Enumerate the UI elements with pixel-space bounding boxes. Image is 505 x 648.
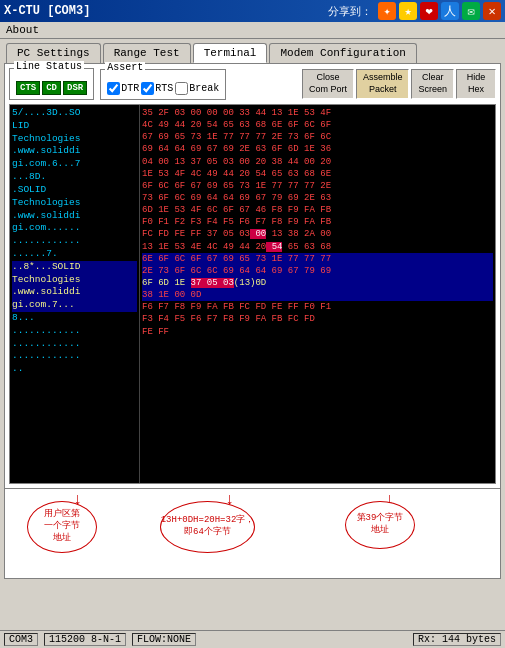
hex-line-18: FE FF [142,326,493,338]
left-line-14: .www.soliddi [12,286,137,299]
share-icon-1[interactable]: ✦ [378,2,396,20]
left-line-11: ......7. [12,248,137,261]
hex-line-17: F3 F4 F5 F6 F7 F8 F9 FA FB FC FD [142,313,493,325]
left-line-15: gi.com.7... [12,299,137,312]
dtr-checkbox-label[interactable]: DTR [107,82,139,95]
hex-line-0: 35 2F 03 00 00 00 33 44 13 1E 53 4F [142,107,493,119]
left-line-5: ...8D. [12,171,137,184]
status-baud: 115200 8-N-1 [44,633,126,646]
share-icon-5[interactable]: ✉ [462,2,480,20]
title-text: X-CTU [COM3] [4,4,90,18]
line-status-legend: Line Status [14,61,84,72]
status-rx: Rx: 144 bytes [413,633,501,646]
break-checkbox-label[interactable]: Break [175,82,219,95]
left-line-10: ............ [12,235,137,248]
close-com-port-button[interactable]: CloseCom Port [302,69,354,98]
left-line-17: ............ [12,325,137,338]
share-icon-2[interactable]: ★ [399,2,417,20]
hex-line-4: 04 00 13 37 05 03 00 20 38 44 00 20 [142,156,493,168]
annotation-bubble-2: 13H+0DH=20H=32字， 即64个字节 [160,501,255,553]
title-icons-area: 分享到： ✦ ★ ❤ 人 ✉ ✕ [328,2,501,20]
terminal-area: 5/....3D..SO LID Technologies .www.solid… [9,104,496,484]
hex-line-3: 69 64 64 69 67 69 2E 63 6F 6D 1E 36 [142,143,493,155]
annotation-bubble-3: 第39个字节 地址 [345,501,415,549]
assemble-packet-button[interactable]: AssemblePacket [356,69,410,98]
hide-hex-button[interactable]: HideHex [456,69,496,98]
main-panel: Line Status CTS CD DSR Assert DTR RTS [4,63,501,489]
assert-legend: Assert [105,62,145,73]
dtr-checkbox[interactable] [107,82,120,95]
left-line-20: .. [12,363,137,376]
cts-badge: CTS [16,81,40,95]
left-line-12: ..8*...SOLID [12,261,137,274]
right-panel: 35 2F 03 00 00 00 33 44 13 1E 53 4F 4C 4… [140,105,495,483]
left-line-8: .www.soliddi [12,210,137,223]
hex-line-15: 38 1E 00 0D [142,289,493,301]
hex-line-1: 4C 49 44 20 54 65 63 68 6E 6F 6C 6F [142,119,493,131]
left-line-4: gi.com.6...7 [12,158,137,171]
left-line-1: LID [12,120,137,133]
left-line-9: gi.com...... [12,222,137,235]
tab-range-test[interactable]: Range Test [103,43,191,63]
tab-terminal[interactable]: Terminal [193,43,268,63]
left-line-6: .SOLID [12,184,137,197]
left-line-13: Technologies [12,274,137,287]
hex-line-12: 6E 6F 6C 6F 67 69 65 73 1E 77 77 77 [142,253,493,265]
menu-bar: About [0,22,505,39]
hex-line-13: 2E 73 6F 6C 6C 69 64 64 69 67 79 69 [142,265,493,277]
hex-line-5: 1E 53 4F 4C 49 44 20 54 65 63 68 6E [142,168,493,180]
share-icon-3[interactable]: ❤ [420,2,438,20]
left-line-7: Technologies [12,197,137,210]
title-bar: X-CTU [COM3] 分享到： ✦ ★ ❤ 人 ✉ ✕ [0,0,505,22]
share-label: 分享到： [328,4,372,19]
close-icon[interactable]: ✕ [483,2,501,20]
status-bar: COM3 115200 8-N-1 FLOW:NONE Rx: 144 byte… [0,630,505,648]
rts-checkbox[interactable] [141,82,154,95]
annotation-bubble-1: 用户区第 一个字节 地址 [27,501,97,553]
left-line-2: Technologies [12,133,137,146]
hex-line-8: 6D 1E 53 4F 6C 6F 67 46 F8 F9 FA FB [142,204,493,216]
assert-group: Assert DTR RTS Break [100,69,226,100]
line-status-group: Line Status CTS CD DSR [9,68,94,100]
hex-line-10: FC FD FE FF 37 05 03 00 13 38 2A 00 [142,228,493,240]
left-line-16: 8... [12,312,137,325]
tab-modem-config[interactable]: Modem Configuration [269,43,416,63]
about-menu[interactable]: About [6,24,39,36]
left-line-0: 5/....3D..SO [12,107,137,120]
left-line-18: ............ [12,338,137,351]
annotation-area: ↓ ↓ ↓ 用户区第 一个字节 地址 13H+0DH=20H=32字， 即64个… [4,489,501,579]
hex-line-14: 6F 6D 1E 37 05 03(13)0D [142,277,493,289]
share-icon-4[interactable]: 人 [441,2,459,20]
hex-line-7: 73 6F 6C 69 64 64 69 67 79 69 2E 63 [142,192,493,204]
status-flow: FLOW:NONE [132,633,196,646]
hex-line-9: F0 F1 F2 F3 F4 F5 F6 F7 F8 F9 FA FB [142,216,493,228]
tab-pc-settings[interactable]: PC Settings [6,43,101,63]
tabs-area: PC Settings Range Test Terminal Modem Co… [0,39,505,63]
hex-line-11: 13 1E 53 4E 4C 49 44 20 54 65 63 68 [142,241,493,253]
clear-screen-button[interactable]: ClearScreen [411,69,454,98]
status-port: COM3 [4,633,38,646]
hex-line-16: F6 F7 F8 F9 FA FB FC FD FE FF F0 F1 [142,301,493,313]
hex-line-2: 67 69 65 73 1E 77 77 77 2E 73 6F 6C [142,131,493,143]
left-line-19: ............ [12,350,137,363]
cd-badge: CD [42,81,61,95]
dsr-badge: DSR [63,81,87,95]
left-line-3: .www.soliddi [12,145,137,158]
left-panel: 5/....3D..SO LID Technologies .www.solid… [10,105,140,483]
hex-line-6: 6F 6C 6F 67 69 65 73 1E 77 77 77 2E [142,180,493,192]
break-checkbox[interactable] [175,82,188,95]
rts-checkbox-label[interactable]: RTS [141,82,173,95]
